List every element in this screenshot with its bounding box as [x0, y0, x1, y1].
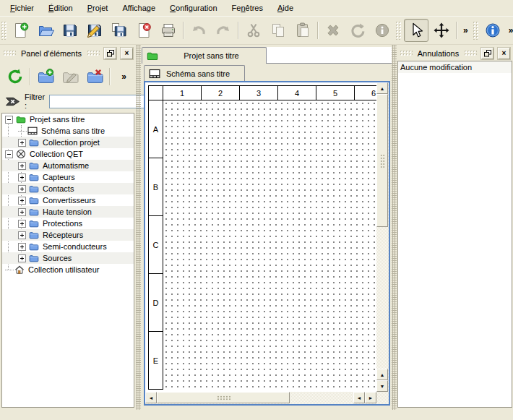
menu-edition[interactable]: Édition — [41, 1, 80, 15]
folder-icon — [29, 207, 39, 217]
close-document-icon — [135, 22, 152, 39]
tree-expander-minus[interactable] — [5, 116, 13, 124]
tree-expander-minus[interactable] — [5, 150, 13, 158]
menu-fenetres[interactable]: Fenêtres — [225, 1, 270, 15]
reload-collections-button[interactable] — [4, 66, 27, 87]
tree-item-collection-qet[interactable]: Collection QET — [2, 148, 134, 160]
hscroll-right-button[interactable]: ► — [365, 392, 376, 403]
rotate-button[interactable] — [346, 20, 369, 41]
close-document-button[interactable] — [132, 20, 155, 41]
tree-item-haute-tension[interactable]: Haute tension — [2, 206, 134, 218]
diagram-sheet[interactable]: 123456ABCDE — [145, 82, 376, 392]
tree-item-projet-sans-titre[interactable]: Projet sans titre — [2, 113, 134, 125]
filter-label: Filtrer : — [25, 93, 45, 110]
paste-button[interactable] — [291, 20, 314, 41]
save-all-button[interactable] — [108, 20, 131, 41]
new-document-button[interactable] — [9, 20, 33, 41]
tree-expander-plus[interactable] — [18, 173, 26, 181]
diagram-view[interactable]: 123456ABCDE ▲ ▲ ▼ ◄ ◄ ► — [144, 81, 390, 406]
toolbar-overflow-button[interactable]: » — [460, 25, 472, 35]
cut-button[interactable] — [242, 20, 265, 41]
tree-expander-plus[interactable] — [18, 185, 26, 193]
toolbar-overflow-button[interactable]: » — [505, 25, 513, 35]
row-header-E: E — [148, 331, 163, 390]
close-panel-button[interactable]: × — [121, 48, 133, 59]
toolbar-drag-handle[interactable] — [1, 21, 7, 40]
tree-expander-plus[interactable] — [18, 197, 26, 205]
undo-icon — [190, 22, 207, 39]
tree-item-semi-conducteurs[interactable]: Semi-conducteurs — [2, 241, 134, 252]
tree-expander-plus[interactable] — [18, 254, 26, 262]
tree-item-collection-projet[interactable]: Collection projet — [2, 137, 134, 148]
delete-button[interactable] — [322, 20, 345, 41]
tree-item-collection-utilisateur[interactable]: Collection utilisateur — [2, 264, 134, 275]
hscroll-thumb[interactable] — [157, 392, 290, 403]
edit-category-button[interactable] — [59, 66, 82, 87]
toolbar-separator — [456, 22, 457, 39]
delete-category-button[interactable] — [83, 66, 106, 87]
toolbar-drag-handle[interactable] — [473, 21, 478, 40]
tree-item-convertisseurs[interactable]: Convertisseurs — [2, 194, 134, 206]
project-tab-label: Projet sans titre — [161, 51, 262, 60]
print-button[interactable] — [157, 20, 180, 41]
copy-button[interactable] — [267, 20, 290, 41]
diagram-info-button[interactable] — [481, 20, 504, 41]
menu-configuration[interactable]: Configuration — [163, 1, 224, 15]
undo-button[interactable] — [187, 20, 210, 41]
tools-toolbar — [403, 19, 454, 42]
select-arrow-button[interactable] — [404, 19, 428, 42]
undo-list-item[interactable]: Aucune modification — [398, 61, 512, 73]
tab-project[interactable]: Projet sans titre — [142, 47, 267, 64]
tree-expander-plus[interactable] — [18, 139, 26, 147]
tree-item-schema-sans-titre[interactable]: Schéma sans titre — [2, 125, 134, 137]
tree-item-label: Haute tension — [43, 207, 92, 216]
vscroll-thumb[interactable] — [376, 94, 388, 227]
element-info-button[interactable] — [371, 20, 394, 41]
open-document-icon — [37, 22, 54, 39]
vscroll-up-button-2[interactable]: ▲ — [376, 369, 388, 380]
save-as-button[interactable] — [83, 20, 106, 41]
panel-splitter[interactable] — [392, 45, 397, 410]
hscroll-left-button[interactable]: ◄ — [145, 392, 157, 403]
tree-item-automatisme[interactable]: Automatisme — [2, 160, 134, 171]
redo-button[interactable] — [212, 20, 235, 41]
delete-category-icon — [86, 68, 103, 85]
toolbar-drag-handle[interactable] — [395, 21, 401, 40]
tab-diagram[interactable]: Schéma sans titre — [144, 65, 245, 81]
panel-toolbar-overflow-button[interactable]: » — [118, 72, 130, 82]
float-panel-button[interactable] — [104, 48, 116, 59]
close-panel-button[interactable]: × — [498, 48, 510, 59]
folder-icon — [29, 230, 39, 240]
menu-fichier[interactable]: Fichier — [3, 1, 41, 15]
save-button[interactable] — [59, 20, 82, 41]
tree-item-protections[interactable]: Protections — [2, 218, 134, 229]
tree-item-capteurs[interactable]: Capteurs — [2, 171, 134, 183]
folder-icon — [29, 253, 39, 263]
move-view-button[interactable] — [430, 20, 453, 41]
row-header-A: A — [148, 100, 163, 158]
tree-item-sources[interactable]: Sources — [2, 252, 134, 264]
horizontal-scrollbar[interactable]: ◄ ◄ ► — [145, 392, 376, 404]
tree-item-label: Collection utilisateur — [28, 265, 99, 274]
menu-affichage[interactable]: Affichage — [115, 1, 163, 15]
menu-projet[interactable]: Projet — [80, 1, 116, 15]
tree-item-label: Capteurs — [43, 173, 75, 181]
tree-expander-plus[interactable] — [18, 231, 26, 239]
open-document-button[interactable] — [34, 20, 57, 41]
float-panel-button[interactable] — [481, 48, 493, 59]
tree-expander-plus[interactable] — [18, 208, 26, 216]
tree-item-label: Schéma sans titre — [41, 127, 105, 135]
new-category-button[interactable] — [34, 66, 57, 87]
menu-aide[interactable]: Aide — [270, 1, 301, 15]
tree-item-contacts[interactable]: Contacts — [2, 183, 134, 194]
vscroll-down-button[interactable]: ▼ — [376, 380, 388, 392]
hscroll-left-button-2[interactable]: ◄ — [353, 392, 365, 403]
vertical-scrollbar[interactable]: ▲ ▲ ▼ — [376, 82, 389, 392]
tree-item-recepteurs[interactable]: Récepteurs — [2, 229, 134, 241]
vscroll-up-button[interactable]: ▲ — [376, 82, 388, 94]
clear-filter-icon[interactable] — [5, 96, 20, 107]
tree-expander-plus[interactable] — [18, 243, 26, 251]
tree-expander-plus[interactable] — [18, 220, 26, 228]
panel-splitter[interactable] — [136, 45, 141, 410]
tree-expander-plus[interactable] — [18, 162, 26, 170]
